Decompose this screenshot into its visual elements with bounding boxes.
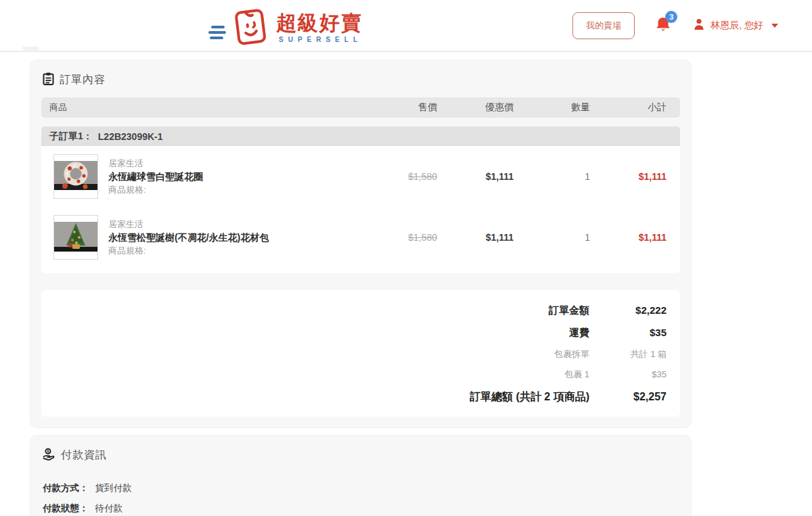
- summary-label: 訂單總額 (共計 2 項商品): [470, 390, 589, 404]
- summary-value: $2,222: [589, 304, 667, 316]
- product-category: 居家生活: [108, 157, 203, 170]
- product-name[interactable]: 永恆繡球雪白聖誕花圈: [108, 170, 203, 183]
- order-totals-box: 訂單金額 $2,222 運費 $35 包裹拆單 共計 1 箱 包裹 1 $35 …: [41, 290, 680, 417]
- payment-method-label: 付款方式：: [43, 482, 89, 494]
- summary-value: $35: [589, 369, 667, 379]
- column-sale-price: 優惠價: [437, 101, 514, 114]
- order-table-header: 商品 售價 優惠價 數量 小計: [41, 97, 680, 118]
- summary-label: 包裹 1: [564, 369, 589, 381]
- product-quantity: 1: [514, 232, 590, 243]
- summary-label: 包裹拆單: [554, 348, 589, 360]
- product-spec-label: 商品規格:: [108, 183, 203, 196]
- summary-value: $2,257: [589, 391, 667, 403]
- suborder-box: 子訂單1： L22B23099K-1: [41, 126, 680, 273]
- payment-status-label: 付款狀態：: [43, 502, 89, 515]
- site-logo[interactable]: 超級好賣 SUPERSELL: [208, 5, 363, 50]
- product-sale-price: $1,111: [437, 171, 514, 182]
- header-actions: 我的賣場 3 林恩辰, 您好: [572, 0, 778, 51]
- product-subtotal: $1,111: [590, 171, 667, 182]
- suborder-id: L22B23099K-1: [98, 131, 163, 142]
- site-header: 超級好賣 SUPERSELL 我的賣場 3 林恩辰, 您好: [0, 0, 812, 52]
- logo-box-smiley-icon: [229, 5, 271, 50]
- summary-row-package-split: 包裹拆單 共計 1 箱: [55, 344, 667, 365]
- product-image-wreath[interactable]: [53, 154, 98, 199]
- payment-coin-hand-icon: [43, 448, 55, 463]
- product-category: 居家生活: [108, 218, 269, 231]
- logo-speed-lines-icon: [208, 26, 226, 39]
- suborder-label: 子訂單1：: [49, 131, 93, 143]
- summary-row-shipping: 運費 $35: [55, 322, 667, 344]
- payment-status-value: 待付款: [95, 502, 123, 515]
- product-row: 居家生活 永恆雪松聖誕樹(不凋花/永生花)花材包 商品規格: $1,580 $1…: [41, 207, 680, 268]
- product-quantity: 1: [514, 171, 590, 182]
- column-subtotal: 小計: [590, 101, 667, 114]
- payment-method-row: 付款方式： 貨到付款: [41, 478, 680, 498]
- order-list-icon: [43, 72, 54, 88]
- summary-label: 訂單金額: [549, 304, 589, 317]
- my-store-button[interactable]: 我的賣場: [572, 12, 635, 39]
- scrolled-card-fragment: [22, 47, 39, 51]
- bell-icon: [655, 24, 671, 36]
- user-greeting: 林恩辰, 您好: [710, 20, 763, 32]
- product-subtotal: $1,111: [590, 232, 667, 243]
- user-icon: [693, 18, 705, 34]
- column-product: 商品: [49, 101, 361, 114]
- order-content-card: 訂單內容 商品 售價 優惠價 數量 小計 子訂單1： L22B23099K-1: [30, 60, 692, 428]
- summary-value: $35: [589, 327, 667, 338]
- payment-info-card: 付款資訊 付款方式： 貨到付款 付款狀態： 待付款 付款時間： - 付款金額： …: [30, 435, 692, 516]
- suborder-header: 子訂單1： L22B23099K-1: [41, 126, 680, 146]
- product-name[interactable]: 永恆雪松聖誕樹(不凋花/永生花)花材包: [108, 231, 269, 244]
- column-list-price: 售價: [361, 101, 437, 114]
- product-sale-price: $1,111: [437, 232, 514, 243]
- order-section-title: 訂單內容: [60, 73, 106, 87]
- summary-row-grand-total: 訂單總額 (共計 2 項商品) $2,257: [55, 385, 667, 406]
- summary-row-order-amount: 訂單金額 $2,222: [55, 300, 667, 322]
- summary-value: 共計 1 箱: [589, 348, 667, 360]
- product-list-price: $1,580: [361, 232, 437, 243]
- product-image-tree[interactable]: [53, 215, 98, 260]
- chevron-down-icon: [771, 24, 778, 28]
- main-content: 訂單內容 商品 售價 優惠價 數量 小計 子訂單1： L22B23099K-1: [30, 60, 692, 516]
- summary-label: 運費: [569, 327, 589, 339]
- product-spec-label: 商品規格:: [108, 244, 269, 257]
- summary-row-package-1: 包裹 1 $35: [55, 365, 667, 385]
- brand-name-en: SUPERSELL: [276, 36, 363, 43]
- user-menu[interactable]: 林恩辰, 您好: [693, 18, 778, 34]
- column-quantity: 數量: [514, 101, 590, 114]
- notification-count-badge: 3: [665, 11, 677, 23]
- payment-status-row: 付款狀態： 待付款: [41, 498, 680, 516]
- payment-section-title: 付款資訊: [61, 448, 107, 463]
- notifications-button[interactable]: 3: [655, 16, 673, 35]
- brand-name-zh: 超級好賣: [276, 12, 363, 34]
- product-row: 居家生活 永恆繡球雪白聖誕花圈 商品規格: $1,580 $1,111 1 $1…: [41, 146, 680, 207]
- payment-method-value: 貨到付款: [95, 482, 132, 494]
- product-list-price: $1,580: [361, 171, 437, 182]
